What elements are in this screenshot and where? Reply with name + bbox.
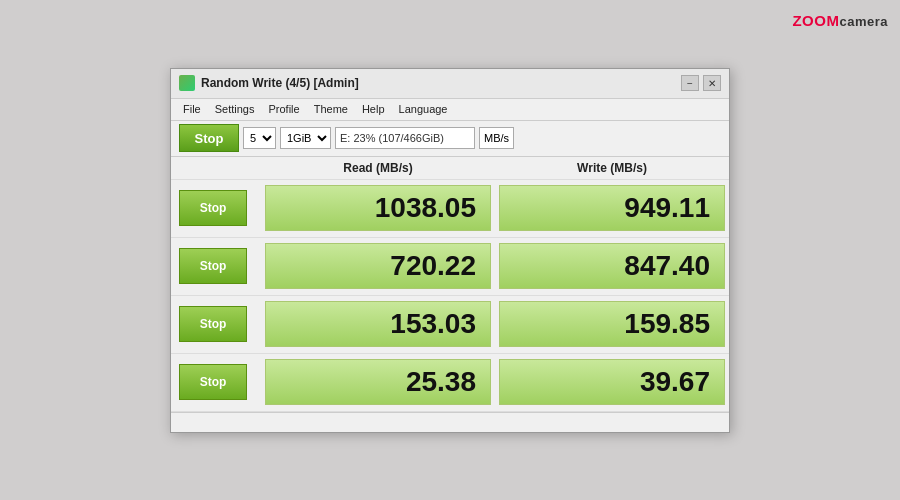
data-rows: Stop 1038.05 949.11 Stop 720.22 847.40 S… [171,180,729,412]
watermark-camera: camera [839,14,888,29]
write-value-row1: 949.11 [499,185,725,231]
minimize-button[interactable]: − [681,75,699,91]
size-select[interactable]: 1GiB [280,127,331,149]
drive-label: E: 23% (107/466GiB) [335,127,475,149]
menu-bar: File Settings Profile Theme Help Languag… [171,99,729,121]
close-button[interactable]: ✕ [703,75,721,91]
bottom-bar [171,412,729,432]
col-header-empty [171,159,261,177]
write-value-row3: 159.85 [499,301,725,347]
read-value-row1: 1038.05 [265,185,491,231]
stop-button-row2[interactable]: Stop [179,248,247,284]
unit-label: MB/s [479,127,514,149]
menu-help[interactable]: Help [356,102,391,116]
table-row: Stop 720.22 847.40 [171,238,729,296]
app-window: Random Write (4/5) [Admin] − ✕ File Sett… [170,68,730,433]
col-header-write: Write (MB/s) [495,159,729,177]
toolbar: Stop 5 1GiB E: 23% (107/466GiB) MB/s [171,121,729,157]
menu-language[interactable]: Language [393,102,454,116]
main-stop-button[interactable]: Stop [179,124,239,152]
col-header-read: Read (MB/s) [261,159,495,177]
table-row: Stop 153.03 159.85 [171,296,729,354]
read-value-row2: 720.22 [265,243,491,289]
menu-settings[interactable]: Settings [209,102,261,116]
table-row: Stop 25.38 39.67 [171,354,729,412]
col-headers: Read (MB/s) Write (MB/s) [171,157,729,180]
window-title: Random Write (4/5) [Admin] [201,76,359,90]
watermark-zoom: ZOOM [792,12,839,29]
stop-button-row3[interactable]: Stop [179,306,247,342]
menu-file[interactable]: File [177,102,207,116]
title-bar: Random Write (4/5) [Admin] − ✕ [171,69,729,99]
write-value-row2: 847.40 [499,243,725,289]
title-icon [179,75,195,91]
menu-profile[interactable]: Profile [262,102,305,116]
stop-button-row4[interactable]: Stop [179,364,247,400]
table-row: Stop 1038.05 949.11 [171,180,729,238]
read-value-row3: 153.03 [265,301,491,347]
menu-theme[interactable]: Theme [308,102,354,116]
stop-button-row1[interactable]: Stop [179,190,247,226]
count-select[interactable]: 5 [243,127,276,149]
watermark: ZOOMcamera [792,12,888,29]
read-value-row4: 25.38 [265,359,491,405]
write-value-row4: 39.67 [499,359,725,405]
